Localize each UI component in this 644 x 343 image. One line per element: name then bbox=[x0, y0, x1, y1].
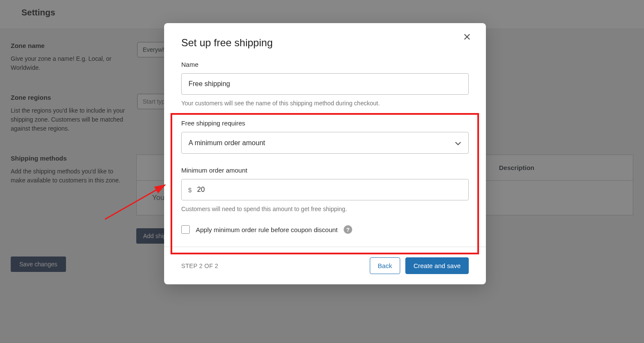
requires-label: Free shipping requires bbox=[181, 119, 469, 127]
close-icon[interactable] bbox=[464, 33, 474, 44]
name-input[interactable] bbox=[181, 73, 469, 95]
name-label: Name bbox=[181, 61, 469, 68]
requires-select[interactable]: A minimum order amount bbox=[181, 132, 469, 154]
back-button[interactable]: Back bbox=[370, 257, 400, 274]
modal-title: Set up free shipping bbox=[181, 37, 469, 49]
free-shipping-modal: Set up free shipping Name Your customers… bbox=[164, 23, 486, 284]
currency-symbol: $ bbox=[188, 186, 192, 194]
apply-before-coupon-checkbox[interactable] bbox=[181, 225, 190, 234]
min-amount-label: Minimum order amount bbox=[181, 167, 469, 174]
step-indicator: STEP 2 OF 2 bbox=[181, 262, 218, 269]
create-save-button[interactable]: Create and save bbox=[405, 257, 469, 274]
name-help: Your customers will see the name of this… bbox=[181, 100, 469, 107]
help-icon[interactable]: ? bbox=[344, 225, 352, 234]
apply-before-coupon-label: Apply minimum order rule before coupon d… bbox=[196, 226, 338, 233]
min-amount-help: Customers will need to spend this amount… bbox=[181, 206, 469, 212]
min-amount-input[interactable] bbox=[181, 179, 469, 200]
